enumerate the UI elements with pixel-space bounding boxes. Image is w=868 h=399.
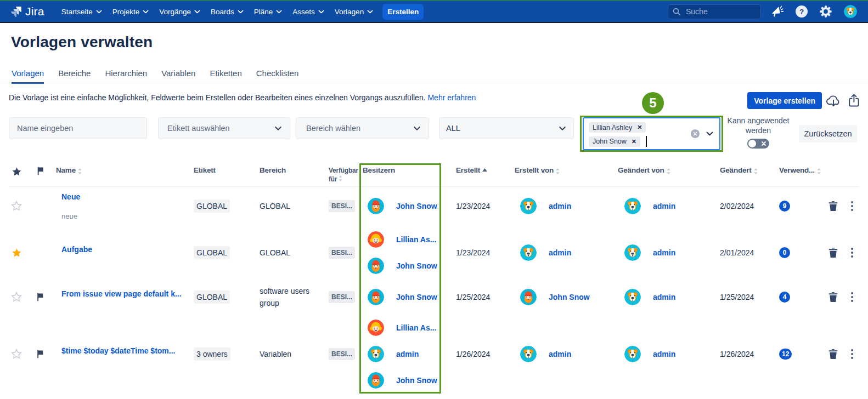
owner-chip-lillian[interactable]: Lillian Ashley✕ — [589, 122, 646, 133]
flag-indicator[interactable] — [24, 350, 56, 358]
more-actions-kebab-icon[interactable] — [851, 349, 853, 359]
scope-filter-select[interactable]: Bereich wählen — [296, 117, 429, 139]
template-name-link[interactable]: Aufgabe — [61, 244, 92, 254]
sort-icon — [339, 175, 342, 181]
jira-logo[interactable]: Jira — [11, 5, 44, 18]
nav-item-plaene[interactable]: Pläne — [254, 8, 283, 16]
modified-by-link[interactable]: admin — [653, 248, 675, 257]
created-by-link[interactable]: John Snow — [549, 293, 590, 301]
modified-by-link[interactable]: admin — [653, 293, 675, 301]
owner-link[interactable]: John Snow — [396, 261, 437, 270]
tab-hierarchien[interactable]: Hierarchien — [105, 69, 147, 84]
table-row: From issue view page default k... GLOBAL… — [9, 280, 859, 314]
tab-checklisten[interactable]: Checklisten — [256, 69, 299, 84]
star-toggle[interactable] — [9, 248, 24, 258]
settings-gear-icon[interactable] — [820, 5, 832, 18]
header-geaendert-von[interactable]: Geändert von — [610, 166, 705, 186]
nav-item-vorgaenge[interactable]: Vorgänge — [159, 8, 200, 16]
header-erstellt-von[interactable]: Erstellt von — [505, 166, 610, 186]
owner-link[interactable]: admin — [396, 350, 419, 358]
name-filter-input[interactable]: Name eingeben — [9, 117, 147, 139]
created-by-link[interactable]: admin — [549, 350, 571, 358]
delete-trash-icon[interactable] — [828, 248, 838, 258]
create-button[interactable]: Erstellen — [382, 4, 424, 20]
header-verfuegbar-fuer[interactable]: Verfügbarfür — [329, 166, 359, 186]
star-toggle[interactable] — [9, 349, 24, 360]
sort-icon — [556, 168, 560, 174]
star-toggle[interactable] — [9, 201, 24, 212]
owner-chip-john[interactable]: John Snow✕ — [589, 136, 640, 147]
owners-filter-multiselect[interactable]: Lillian Ashley✕ John Snow✕ — [583, 117, 720, 150]
tab-etiketten[interactable]: Etiketten — [210, 69, 241, 84]
learn-more-link[interactable]: Mehr erfahren — [427, 93, 476, 102]
owner-link[interactable]: Lillian As... — [396, 323, 436, 332]
table-row: $time $today $dateTime $tom... 3 owners … — [9, 314, 859, 394]
template-name-link[interactable]: $time $today $dateTime $tom... — [61, 346, 175, 356]
template-name-link[interactable]: Neue — [61, 192, 80, 202]
header-star-icon[interactable] — [9, 166, 24, 186]
star-filled-icon — [12, 248, 22, 258]
header-geaendert[interactable]: Geändert — [705, 166, 768, 186]
avatar-lillian — [368, 231, 384, 248]
nav-item-boards[interactable]: Boards — [211, 8, 244, 16]
header-name[interactable]: Name — [56, 166, 194, 186]
nav-item-vorlagen[interactable]: Vorlagen — [335, 8, 373, 16]
create-template-button[interactable]: Vorlage erstellen — [747, 92, 822, 109]
avatar-admin — [624, 244, 641, 261]
export-share-icon[interactable] — [848, 94, 860, 107]
more-actions-kebab-icon[interactable] — [851, 248, 853, 258]
sort-ascending-icon — [482, 168, 487, 172]
usage-count-badge: 12 — [779, 349, 792, 360]
search-icon — [673, 8, 681, 16]
delete-trash-icon[interactable] — [828, 201, 838, 211]
template-name-link[interactable]: From issue view page default k... — [61, 289, 182, 299]
import-cloud-download-icon[interactable] — [826, 95, 841, 107]
created-by-link[interactable]: admin — [549, 248, 571, 257]
more-actions-kebab-icon[interactable] — [851, 292, 853, 302]
announcements-megaphone-icon[interactable] — [771, 5, 784, 18]
user-avatar[interactable] — [844, 5, 857, 18]
modified-by-link[interactable]: admin — [653, 350, 675, 358]
header-flag-icon[interactable] — [24, 166, 56, 186]
type-filter-select[interactable]: ALL — [439, 117, 574, 139]
scope-text: software usersgroup — [260, 285, 309, 309]
reset-filters-button[interactable]: Zurücksetzen — [799, 125, 857, 142]
remove-chip-icon[interactable]: ✕ — [637, 124, 642, 131]
tabs-divider — [0, 83, 868, 83]
owner-link[interactable]: John Snow — [396, 376, 437, 385]
star-toggle[interactable] — [9, 292, 24, 303]
tab-variablen[interactable]: Variablen — [161, 69, 195, 84]
header-bereich[interactable]: Bereich — [260, 166, 329, 186]
can-apply-toggle[interactable] — [747, 139, 769, 149]
chevron-down-icon — [559, 127, 566, 130]
header-etikett[interactable]: Etikett — [194, 166, 260, 186]
owner-link[interactable]: John Snow — [396, 202, 437, 210]
created-date: 1/25/2024 — [456, 293, 490, 301]
help-icon[interactable] — [796, 5, 808, 18]
delete-trash-icon[interactable] — [828, 292, 838, 302]
created-by-link[interactable]: admin — [549, 202, 571, 210]
remove-chip-icon[interactable]: ✕ — [632, 138, 636, 145]
nav-item-startseite[interactable]: Startseite — [61, 8, 102, 16]
more-actions-kebab-icon[interactable] — [851, 201, 853, 211]
header-besitzern[interactable]: Besitzern — [359, 166, 441, 186]
clear-selection-icon[interactable] — [691, 129, 700, 138]
scope-text: GLOBAL — [260, 200, 290, 212]
avatar-admin — [368, 346, 384, 362]
tab-vorlagen[interactable]: Vorlagen — [12, 69, 44, 84]
nav-item-projekte[interactable]: Projekte — [112, 8, 149, 16]
search-input[interactable]: Suche — [668, 4, 761, 19]
available-for-chip: BESI... — [329, 291, 355, 303]
owner-link[interactable]: John Snow — [396, 293, 437, 301]
flag-indicator[interactable] — [24, 293, 56, 301]
delete-trash-icon[interactable] — [828, 349, 838, 359]
header-erstellt[interactable]: Erstellt — [441, 166, 505, 186]
tab-bereiche[interactable]: Bereiche — [58, 69, 91, 84]
owner-link[interactable]: Lillian As... — [396, 235, 436, 244]
chevron-down-icon[interactable] — [706, 132, 713, 136]
chevron-down-icon — [318, 10, 324, 14]
modified-by-link[interactable]: admin — [653, 202, 675, 210]
header-verwendet[interactable]: Verwend... — [768, 166, 812, 186]
nav-item-assets[interactable]: Assets — [292, 8, 324, 16]
label-filter-select[interactable]: Etikett auswählen — [158, 117, 290, 139]
